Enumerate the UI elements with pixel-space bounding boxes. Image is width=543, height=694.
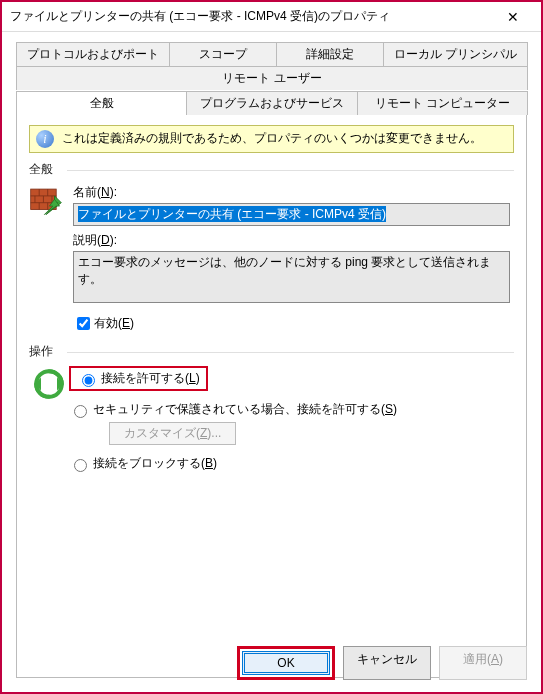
dialog-button-row: OK キャンセル 適用(A) xyxy=(237,646,527,680)
ok-button[interactable]: OK xyxy=(242,651,330,675)
apply-button: 適用(A) xyxy=(439,646,527,680)
radio-allow[interactable] xyxy=(82,374,95,387)
action-radios: 接続を許可する(L) セキュリティで保護されている場合、接続を許可する(S) カ… xyxy=(69,366,514,482)
tab-general[interactable]: 全般 xyxy=(16,91,187,115)
tab-row-1: プロトコルおよびポート スコープ 詳細設定 ローカル プリンシパル リモート ユ… xyxy=(16,42,527,90)
firewall-icon xyxy=(29,184,69,333)
tabs: プロトコルおよびポート スコープ 詳細設定 ローカル プリンシパル リモート ユ… xyxy=(16,42,527,114)
tab-row-2: 全般 プログラムおよびサービス リモート コンピューター xyxy=(16,91,527,115)
radio-allow-label: 接続を許可する(L) xyxy=(101,370,200,387)
info-banner: i これは定義済みの規則であるため、プロパティのいくつかは変更できません。 xyxy=(29,125,514,153)
section-header-general: 全般 xyxy=(29,161,514,178)
action-section-body: 接続を許可する(L) セキュリティで保護されている場合、接続を許可する(S) カ… xyxy=(29,366,514,482)
content-area: プロトコルおよびポート スコープ 詳細設定 ローカル プリンシパル リモート ユ… xyxy=(2,32,541,692)
radio-block-row: 接続をブロックする(B) xyxy=(69,455,514,472)
enabled-row: 有効(E) xyxy=(73,314,510,333)
description-textarea[interactable]: エコー要求のメッセージは、他のノードに対する ping 要求として送信されます。 xyxy=(73,251,510,303)
tab-remote-user[interactable]: リモート ユーザー xyxy=(16,66,528,90)
tab-advanced[interactable]: 詳細設定 xyxy=(276,42,384,66)
tab-scope[interactable]: スコープ xyxy=(169,42,277,66)
window-title: ファイルとプリンターの共有 (エコー要求 - ICMPv4 受信)のプロパティ xyxy=(10,8,493,25)
action-icon xyxy=(29,366,69,482)
tab-programs-services[interactable]: プログラムおよびサービス xyxy=(186,91,357,115)
tab-local-principal[interactable]: ローカル プリンシパル xyxy=(383,42,528,66)
customize-button: カスタマイズ(Z)... xyxy=(109,422,236,445)
radio-allow-row: 接続を許可する(L) xyxy=(69,366,514,391)
section-header-action: 操作 xyxy=(29,343,514,360)
radio-allow-secure[interactable] xyxy=(74,405,87,418)
enabled-checkbox[interactable] xyxy=(77,317,90,330)
cancel-button[interactable]: キャンセル xyxy=(343,646,431,680)
general-section-body: 名前(N): ファイルとプリンターの共有 (エコー要求 - ICMPv4 受信)… xyxy=(29,184,514,333)
window-frame: ファイルとプリンターの共有 (エコー要求 - ICMPv4 受信)のプロパティ … xyxy=(0,0,543,694)
info-banner-text: これは定義済みの規則であるため、プロパティのいくつかは変更できません。 xyxy=(62,130,482,148)
radio-allow-secure-label: セキュリティで保護されている場合、接続を許可する(S) xyxy=(93,401,397,418)
radio-block[interactable] xyxy=(74,459,87,472)
general-fields: 名前(N): ファイルとプリンターの共有 (エコー要求 - ICMPv4 受信)… xyxy=(69,184,514,333)
name-label: 名前(N): xyxy=(73,184,510,201)
titlebar: ファイルとプリンターの共有 (エコー要求 - ICMPv4 受信)のプロパティ … xyxy=(2,2,541,32)
radio-block-label: 接続をブロックする(B) xyxy=(93,455,217,472)
tab-protocol-port[interactable]: プロトコルおよびポート xyxy=(16,42,170,66)
radio-allow-secure-row: セキュリティで保護されている場合、接続を許可する(S) xyxy=(69,401,514,418)
name-input[interactable]: ファイルとプリンターの共有 (エコー要求 - ICMPv4 受信) xyxy=(73,203,510,226)
description-label: 説明(D): xyxy=(73,232,510,249)
enabled-label: 有効(E) xyxy=(94,315,134,332)
tab-panel-general: i これは定義済みの規則であるため、プロパティのいくつかは変更できません。 全般 xyxy=(16,114,527,678)
close-button[interactable]: ✕ xyxy=(493,9,533,25)
tab-remote-computer[interactable]: リモート コンピューター xyxy=(357,91,528,115)
info-icon: i xyxy=(36,130,54,148)
ok-highlight: OK xyxy=(237,646,335,680)
radio-allow-highlight: 接続を許可する(L) xyxy=(69,366,208,391)
